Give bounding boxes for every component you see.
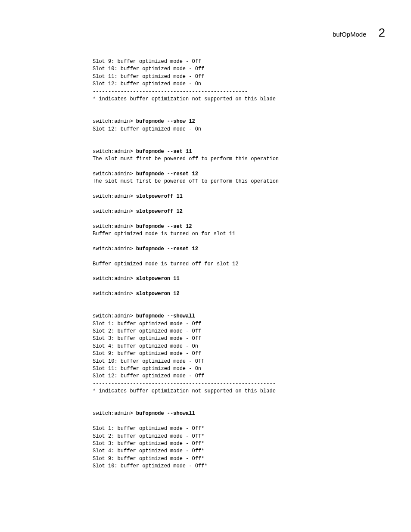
terminal-line: switch:admin> bufopmode --show 12: [93, 118, 279, 125]
prompt: switch:admin>: [93, 411, 136, 417]
terminal-line: [93, 238, 279, 245]
terminal-line: [93, 418, 279, 425]
terminal-line: switch:admin> slotpoweron 12: [93, 290, 279, 298]
header-title: bufOpMode: [333, 31, 366, 38]
terminal-line: switch:admin> bufopmode --set 12: [93, 223, 279, 230]
terminal-line: Slot 3: buffer optimized mode - Off*: [93, 440, 279, 448]
command: bufopmode --showall: [136, 411, 195, 417]
terminal-line: [93, 215, 279, 223]
prompt: switch:admin>: [93, 291, 136, 297]
terminal-line: [93, 298, 279, 305]
terminal-line: [93, 103, 279, 110]
terminal-line: ----------------------------------------…: [93, 88, 279, 96]
terminal-line: ----------------------------------------…: [93, 380, 279, 388]
terminal-line: [93, 186, 279, 193]
terminal-line: [93, 163, 279, 170]
terminal-line: Slot 2: buffer optimized mode - Off: [93, 328, 279, 335]
terminal-line: Slot 12: buffer optimized mode - On: [93, 126, 279, 133]
prompt: switch:admin>: [93, 208, 136, 215]
prompt: switch:admin>: [93, 224, 136, 230]
terminal-line: Slot 3: buffer optimized mode - Off: [93, 335, 279, 342]
terminal-line: [93, 268, 279, 275]
terminal-line: switch:admin> slotpoweroff 12: [93, 208, 279, 215]
prompt: switch:admin>: [93, 149, 136, 155]
command: bufopmode --set 12: [136, 224, 192, 230]
prompt: switch:admin>: [93, 246, 136, 252]
terminal-line: [93, 140, 279, 148]
prompt: switch:admin>: [93, 171, 136, 177]
terminal-line: Slot 10: buffer optimized mode - Off: [93, 65, 279, 73]
terminal-line: switch:admin> slotpoweron 11: [93, 275, 279, 283]
command: bufopmode --reset 12: [136, 246, 198, 252]
command: bufopmode --reset 12: [136, 171, 198, 177]
terminal-line: switch:admin> bufopmode --showall: [93, 313, 279, 320]
terminal-line: switch:admin> bufopmode --showall: [93, 410, 279, 417]
terminal-line: Slot 9: buffer optimized mode - Off: [93, 58, 279, 65]
terminal-line: Slot 11: buffer optimized mode - Off: [93, 73, 279, 81]
terminal-line: Slot 2: buffer optimized mode - Off*: [93, 433, 279, 440]
page-header: bufOpMode 2: [333, 26, 385, 40]
terminal-output: Slot 9: buffer optimized mode - OffSlot …: [93, 58, 279, 470]
terminal-line: [93, 133, 279, 140]
terminal-line: switch:admin> bufopmode --set 11: [93, 148, 279, 156]
terminal-line: switch:admin> bufopmode --reset 12: [93, 246, 279, 253]
terminal-line: [93, 283, 279, 290]
command: bufopmode --set 11: [136, 149, 192, 155]
terminal-line: * indicates buffer optimization not supp…: [93, 96, 279, 103]
command: bufopmode --showall: [136, 313, 195, 319]
terminal-line: The slot must first be powered off to pe…: [93, 156, 279, 163]
command: slotpoweron 12: [136, 291, 180, 297]
terminal-line: Slot 9: buffer optimized mode - Off: [93, 350, 279, 358]
terminal-line: Slot 1: buffer optimized mode - Off: [93, 320, 279, 328]
terminal-line: [93, 305, 279, 313]
prompt: switch:admin>: [93, 193, 136, 199]
terminal-line: switch:admin> slotpoweroff 11: [93, 193, 279, 200]
command: bufopmode --show 12: [136, 118, 195, 124]
terminal-line: [93, 111, 279, 118]
terminal-line: Slot 4: buffer optimized mode - Off*: [93, 448, 279, 455]
terminal-line: Slot 10: buffer optimized mode - Off: [93, 358, 279, 365]
terminal-line: The slot must first be powered off to pe…: [93, 178, 279, 185]
terminal-line: Slot 9: buffer optimized mode - Off*: [93, 455, 279, 463]
command: slotpoweroff 12: [136, 208, 183, 215]
terminal-line: [93, 253, 279, 260]
prompt: switch:admin>: [93, 313, 136, 319]
terminal-line: Slot 1: buffer optimized mode - Off*: [93, 425, 279, 432]
command: slotpoweroff 11: [136, 193, 183, 199]
terminal-line: Slot 10: buffer optimized mode - Off*: [93, 463, 279, 470]
terminal-line: [93, 403, 279, 410]
terminal-line: Slot 4: buffer optimized mode - On: [93, 343, 279, 350]
terminal-line: * indicates buffer optimization not supp…: [93, 388, 279, 395]
prompt: switch:admin>: [93, 118, 136, 124]
terminal-line: Slot 12: buffer optimized mode - On: [93, 81, 279, 88]
terminal-line: [93, 395, 279, 403]
terminal-line: Buffer optimized mode is turned off for …: [93, 261, 279, 268]
prompt: switch:admin>: [93, 276, 136, 282]
terminal-line: switch:admin> bufopmode --reset 12: [93, 171, 279, 178]
command: slotpoweron 11: [136, 276, 180, 282]
terminal-line: Buffer optimized mode is turned on for s…: [93, 230, 279, 238]
terminal-line: Slot 11: buffer optimized mode - On: [93, 365, 279, 373]
terminal-line: [93, 200, 279, 208]
terminal-line: Slot 12: buffer optimized mode - Off: [93, 373, 279, 380]
header-page-number: 2: [378, 26, 385, 40]
